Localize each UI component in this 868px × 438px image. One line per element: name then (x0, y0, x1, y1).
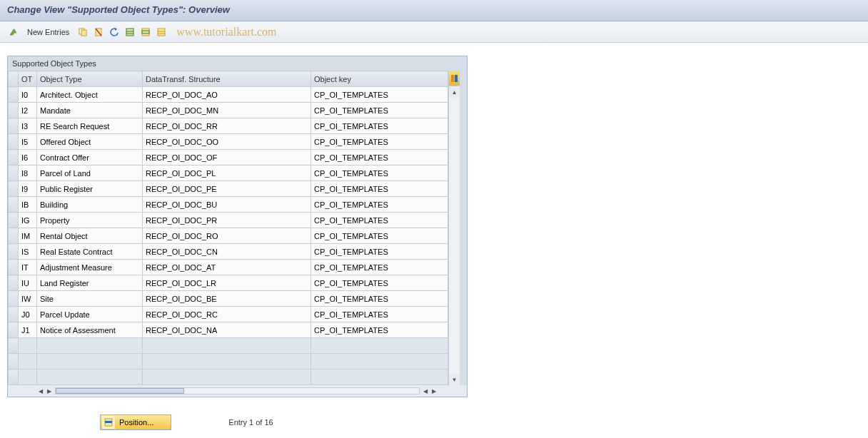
cell-ot[interactable]: IU (19, 275, 37, 291)
cell-empty[interactable] (19, 370, 37, 385)
cell-object-type[interactable]: Public Register (37, 181, 143, 197)
row-selector[interactable] (9, 228, 19, 244)
table-row[interactable]: I3RE Search RequestRECP_OI_DOC_RRCP_OI_T… (9, 118, 448, 134)
table-row[interactable]: I8Parcel of LandRECP_OI_DOC_PLCP_OI_TEMP… (9, 165, 448, 181)
deselect-all-icon[interactable] (155, 26, 168, 39)
row-selector[interactable] (9, 275, 19, 291)
row-selector[interactable] (9, 150, 19, 165)
cell-ot[interactable]: IT (19, 260, 37, 275)
cell-data-transf[interactable]: RECP_OI_DOC_CN (143, 244, 311, 260)
cell-ot[interactable]: IG (19, 213, 37, 228)
cell-data-transf[interactable]: RECP_OI_DOC_AT (143, 260, 311, 275)
cell-ot[interactable]: I9 (19, 181, 37, 197)
cell-object-type[interactable]: Offered Object (37, 134, 143, 150)
cell-object-key[interactable]: CP_OI_TEMPLATES (311, 134, 448, 150)
row-selector[interactable] (9, 244, 19, 260)
scroll-left-icon[interactable]: ◀ (36, 388, 45, 394)
horizontal-scrollbar[interactable]: ◀ ▶ ◀ ▶ (8, 385, 467, 397)
cell-ot[interactable]: I0 (19, 87, 37, 103)
cell-object-key[interactable]: CP_OI_TEMPLATES (311, 228, 448, 244)
row-selector[interactable] (9, 118, 19, 134)
cell-object-type[interactable]: Rental Object (37, 228, 143, 244)
cell-data-transf[interactable]: RECP_OI_DOC_AO (143, 87, 311, 103)
row-selector[interactable] (9, 197, 19, 213)
configure-columns-icon[interactable] (449, 71, 460, 86)
table-row[interactable]: ITAdjustment MeasureRECP_OI_DOC_ATCP_OI_… (9, 260, 448, 275)
cell-ot[interactable]: I8 (19, 165, 37, 181)
hscroll-thumb[interactable] (56, 388, 184, 394)
cell-ot[interactable]: I6 (19, 150, 37, 165)
cell-data-transf[interactable]: RECP_OI_DOC_PL (143, 165, 311, 181)
cell-object-key[interactable]: CP_OI_TEMPLATES (311, 118, 448, 134)
cell-data-transf[interactable]: RECP_OI_DOC_PR (143, 213, 311, 228)
row-selector[interactable] (9, 87, 19, 103)
cell-object-type[interactable]: Building (37, 197, 143, 213)
new-entries-button[interactable]: New Entries (23, 28, 74, 36)
cell-ot[interactable]: IW (19, 291, 37, 307)
cell-empty[interactable] (143, 338, 311, 354)
table-row-empty[interactable] (9, 338, 448, 354)
cell-empty[interactable] (311, 370, 448, 385)
table-row[interactable]: IGPropertyRECP_OI_DOC_PRCP_OI_TEMPLATES (9, 213, 448, 228)
cell-ot[interactable]: I3 (19, 118, 37, 134)
cell-object-key[interactable]: CP_OI_TEMPLATES (311, 213, 448, 228)
cell-object-key[interactable]: CP_OI_TEMPLATES (311, 181, 448, 197)
cell-object-key[interactable]: CP_OI_TEMPLATES (311, 103, 448, 118)
row-selector[interactable] (9, 260, 19, 275)
cell-ot[interactable]: IS (19, 244, 37, 260)
select-block-icon[interactable] (139, 26, 152, 39)
table-row[interactable]: IULand RegisterRECP_OI_DOC_LRCP_OI_TEMPL… (9, 275, 448, 291)
table-row-empty[interactable] (9, 354, 448, 370)
cell-data-transf[interactable]: RECP_OI_DOC_OO (143, 134, 311, 150)
table-row[interactable]: I6Contract OfferRECP_OI_DOC_OFCP_OI_TEMP… (9, 150, 448, 165)
cell-object-key[interactable]: CP_OI_TEMPLATES (311, 307, 448, 322)
cell-data-transf[interactable]: RECP_OI_DOC_BU (143, 197, 311, 213)
row-selector[interactable] (9, 165, 19, 181)
cell-object-type[interactable]: Parcel of Land (37, 165, 143, 181)
cell-object-key[interactable]: CP_OI_TEMPLATES (311, 87, 448, 103)
row-selector-header[interactable] (9, 71, 19, 87)
cell-object-key[interactable]: CP_OI_TEMPLATES (311, 275, 448, 291)
scroll-down-icon[interactable]: ▼ (449, 374, 460, 385)
table-row[interactable]: J1Notice of AssessmentRECP_OI_DOC_NACP_O… (9, 322, 448, 338)
cell-object-type[interactable]: Contract Offer (37, 150, 143, 165)
row-selector[interactable] (9, 103, 19, 118)
scroll-right-icon[interactable]: ◀ (421, 388, 430, 394)
cell-empty[interactable] (19, 338, 37, 354)
row-selector[interactable] (9, 370, 19, 385)
select-all-icon[interactable] (123, 26, 136, 39)
cell-ot[interactable]: J1 (19, 322, 37, 338)
vertical-scrollbar[interactable]: ▲ ▼ (448, 71, 460, 385)
table-row-empty[interactable] (9, 370, 448, 385)
cell-object-key[interactable]: CP_OI_TEMPLATES (311, 150, 448, 165)
row-selector[interactable] (9, 338, 19, 354)
cell-object-key[interactable]: CP_OI_TEMPLATES (311, 244, 448, 260)
cell-data-transf[interactable]: RECP_OI_DOC_PE (143, 181, 311, 197)
scroll-right2-icon[interactable]: ▶ (430, 388, 438, 394)
cell-object-key[interactable]: CP_OI_TEMPLATES (311, 322, 448, 338)
row-selector[interactable] (9, 322, 19, 338)
copy-icon[interactable] (76, 26, 89, 39)
cell-ot[interactable]: J0 (19, 307, 37, 322)
cell-empty[interactable] (143, 354, 311, 370)
cell-data-transf[interactable]: RECP_OI_DOC_RO (143, 228, 311, 244)
cell-data-transf[interactable]: RECP_OI_DOC_NA (143, 322, 311, 338)
cell-data-transf[interactable]: RECP_OI_DOC_RC (143, 307, 311, 322)
cell-empty[interactable] (37, 354, 143, 370)
cell-data-transf[interactable]: RECP_OI_DOC_RR (143, 118, 311, 134)
delete-icon[interactable] (92, 26, 105, 39)
cell-ot[interactable]: I2 (19, 103, 37, 118)
cell-object-type[interactable]: RE Search Request (37, 118, 143, 134)
cell-object-type[interactable]: Architect. Object (37, 87, 143, 103)
scroll-up-icon[interactable]: ▲ (449, 86, 460, 98)
row-selector[interactable] (9, 291, 19, 307)
cell-ot[interactable]: IM (19, 228, 37, 244)
table-row[interactable]: I0Architect. ObjectRECP_OI_DOC_AOCP_OI_T… (9, 87, 448, 103)
cell-data-transf[interactable]: RECP_OI_DOC_MN (143, 103, 311, 118)
table-row[interactable]: IMRental ObjectRECP_OI_DOC_ROCP_OI_TEMPL… (9, 228, 448, 244)
cell-empty[interactable] (143, 370, 311, 385)
col-header-object-type[interactable]: Object Type (37, 71, 143, 87)
cell-object-type[interactable]: Parcel Update (37, 307, 143, 322)
table-row[interactable]: I5Offered ObjectRECP_OI_DOC_OOCP_OI_TEMP… (9, 134, 448, 150)
cell-ot[interactable]: IB (19, 197, 37, 213)
